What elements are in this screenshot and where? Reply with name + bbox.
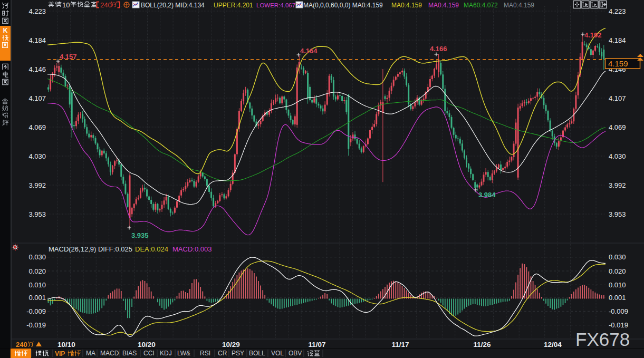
svg-text:-0.019: -0.019 [609, 321, 628, 329]
svg-text:0.001: 0.001 [609, 294, 626, 302]
svg-text:4.164: 4.164 [300, 47, 318, 55]
svg-text:3.992: 3.992 [609, 181, 626, 189]
svg-text:4.184: 4.184 [609, 36, 626, 44]
svg-text:4.223: 4.223 [609, 7, 626, 15]
svg-text:CR: CR [218, 350, 227, 357]
svg-text:11/26: 11/26 [473, 341, 491, 349]
svg-text:-0.009: -0.009 [609, 307, 628, 315]
svg-text:MACD:0.003: MACD:0.003 [172, 245, 212, 253]
svg-text:4.030: 4.030 [609, 152, 626, 160]
svg-text:MA0:4.159: MA0:4.159 [391, 2, 422, 9]
svg-text:0.010: 0.010 [28, 281, 46, 289]
svg-text:4.159: 4.159 [608, 59, 628, 68]
svg-text:VIP: VIP [55, 350, 65, 357]
svg-text:MA: MA [86, 350, 95, 357]
svg-text:10/10: 10/10 [57, 341, 75, 349]
svg-text:12/04: 12/04 [544, 341, 562, 349]
svg-text:-0.009: -0.009 [26, 307, 46, 315]
svg-text:CCI: CCI [143, 350, 155, 357]
svg-text:11/07: 11/07 [308, 341, 325, 349]
svg-text:4.030: 4.030 [28, 152, 46, 160]
svg-text:DEA:0.024: DEA:0.024 [135, 245, 168, 253]
svg-text:LW&: LW& [177, 350, 190, 357]
svg-text:0.001: 0.001 [28, 294, 46, 302]
svg-text:K: K [3, 27, 8, 34]
svg-text:-0.019: -0.019 [26, 321, 46, 329]
svg-text:10/20: 10/20 [138, 341, 156, 349]
svg-text:4.184: 4.184 [28, 36, 46, 44]
svg-text:3.953: 3.953 [28, 210, 46, 218]
svg-text:BOLL(20,2) MID:4.134: BOLL(20,2) MID:4.134 [141, 2, 205, 9]
svg-text:240: 240 [16, 341, 27, 349]
svg-text:4.157: 4.157 [60, 53, 77, 61]
svg-text:4.069: 4.069 [609, 123, 626, 131]
svg-text:UPPER:4.201: UPPER:4.201 [214, 2, 253, 9]
svg-text:0.030: 0.030 [28, 253, 46, 261]
svg-text:OBV: OBV [289, 350, 302, 357]
svg-text:4.069: 4.069 [28, 123, 46, 131]
svg-text:10/29: 10/29 [222, 341, 240, 349]
svg-text:4.107: 4.107 [28, 94, 46, 102]
svg-text:3.935: 3.935 [131, 231, 149, 239]
svg-text:BIAS: BIAS [122, 350, 137, 357]
svg-text:MA0:4.159: MA0:4.159 [428, 2, 459, 9]
svg-text:BOLL: BOLL [249, 350, 265, 357]
svg-text:3.992: 3.992 [28, 181, 46, 189]
svg-text:PSY: PSY [232, 350, 244, 357]
svg-text:4.166: 4.166 [430, 45, 447, 53]
svg-text:VOL: VOL [271, 350, 284, 357]
svg-text:RSI: RSI [200, 350, 210, 357]
svg-text:MA(0,0,0,60,0,0) MA0:4.159: MA(0,0,0,60,0,0) MA0:4.159 [303, 2, 383, 9]
svg-text:FX678: FX678 [575, 329, 630, 350]
svg-text:MA60:4.072: MA60:4.072 [464, 2, 498, 9]
svg-text:KDJ: KDJ [160, 350, 172, 357]
svg-text:MACD(26,12,9) DIFF:0.025: MACD(26,12,9) DIFF:0.025 [49, 245, 132, 253]
svg-text:3.953: 3.953 [609, 210, 626, 218]
svg-text:11/17: 11/17 [391, 341, 409, 349]
svg-text:10: 10 [62, 1, 70, 9]
svg-text:4.192: 4.192 [584, 31, 602, 39]
svg-text:MACD: MACD [100, 350, 119, 357]
svg-text:240: 240 [100, 1, 112, 9]
svg-text:0.020: 0.020 [28, 267, 46, 275]
svg-text:0.020: 0.020 [609, 267, 626, 275]
svg-text:4.223: 4.223 [28, 7, 46, 15]
svg-text:4.107: 4.107 [609, 94, 626, 102]
svg-text:0.030: 0.030 [609, 253, 626, 261]
svg-text:MA0:4.159: MA0:4.159 [504, 2, 534, 9]
svg-text:3.984: 3.984 [478, 191, 496, 199]
svg-text:LOWER:4.067: LOWER:4.067 [256, 2, 295, 8]
svg-text:4.146: 4.146 [28, 65, 46, 73]
svg-text:0.010: 0.010 [609, 281, 626, 289]
